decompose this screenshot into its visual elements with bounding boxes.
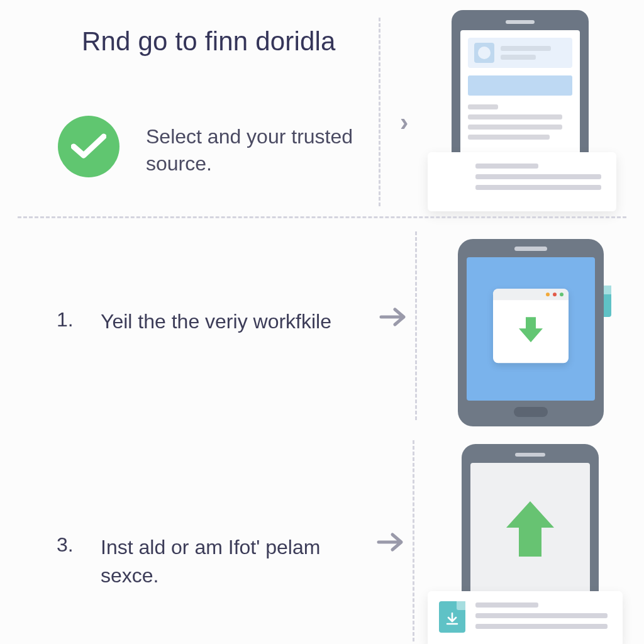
step-intro: Rnd go to finn doridla Select and your t…	[0, 0, 644, 208]
step-number: 3.	[57, 533, 74, 557]
infographic-steps: Rnd go to finn doridla Select and your t…	[0, 0, 644, 644]
step-1: 1. Yeil the the veriy workfkile	[0, 226, 644, 428]
file-download-icon	[439, 601, 465, 633]
arrow-right-icon	[376, 532, 405, 552]
upload-arrow-icon	[502, 499, 558, 559]
intro-subtitle: Select and your trusted source.	[146, 123, 360, 177]
vertical-divider	[413, 440, 414, 641]
chevron-right-icon: ›	[400, 108, 408, 136]
download-window	[493, 289, 569, 363]
phone-illustration-download	[458, 239, 604, 428]
vertical-divider	[379, 18, 380, 206]
step-number: 1.	[57, 308, 74, 331]
file-download-icon	[439, 162, 465, 194]
check-badge	[58, 116, 119, 177]
check-icon	[58, 116, 119, 177]
step-text: Yeil the the veriy workfkile	[101, 308, 365, 335]
avatar-icon	[474, 43, 494, 63]
horizontal-divider	[18, 216, 626, 218]
step-3: 3. Inst ald or am Ifot' pelam sexce.	[0, 440, 644, 644]
file-card	[428, 591, 623, 644]
step-text: Inst ald or am Ifot' pelam sexce.	[101, 533, 365, 590]
arrow-right-icon	[379, 307, 408, 327]
page-title: Rnd go to finn doridla	[82, 26, 336, 57]
vertical-divider	[415, 231, 417, 420]
file-card	[428, 152, 616, 211]
download-arrow-icon	[516, 314, 545, 346]
